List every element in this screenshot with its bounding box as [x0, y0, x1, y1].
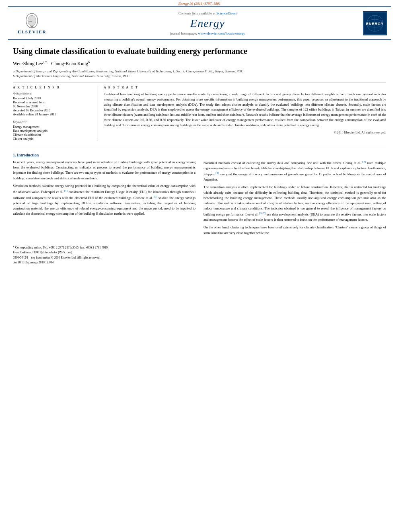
footnote-area: * Corresponding author. Tel.: +886 2 277… [13, 243, 386, 265]
keyword-3: Climate classification [13, 133, 92, 137]
contents-availability: Contents lists available at ScienceDirec… [179, 11, 237, 15]
homepage-link[interactable]: www.elsevier.com/locate/energy [198, 31, 245, 35]
elsevier-logo: tree ELSEVIER [8, 10, 56, 37]
affiliation-a: a Department of Energy and Refrigerating… [13, 69, 386, 73]
section-divider [13, 147, 386, 147]
keywords-section: Keywords: Energy management Data envelop… [13, 120, 92, 141]
journal-homepage: journal homepage: www.elsevier.com/locat… [170, 31, 245, 35]
issn-footnote: 0360-5442/$ – see front matter © 2010 El… [13, 256, 386, 260]
journal-center: Contents lists available at ScienceDirec… [56, 10, 359, 37]
elsevier-tree-icon: tree [20, 12, 44, 29]
ref1[interactable]: [1] [64, 189, 68, 192]
keyword-1: Energy management [13, 125, 92, 129]
ref4[interactable]: [4] [216, 171, 219, 175]
corresponding-footnote: * Corresponding author. Tel.: +886 2 277… [13, 246, 386, 250]
keyword-4: Cluster analysis [13, 137, 92, 141]
received-revised-label: Received in revised form [13, 101, 92, 104]
info-abstract-section: A R T I C L E I N F O Article history: R… [13, 82, 386, 141]
body-two-col: In recent years, energy management agenc… [13, 160, 386, 238]
journal-citation: Energy 36 (2011) 1797–1801 [0, 0, 399, 6]
energy-logo: ENERGY [359, 10, 391, 37]
email-text: E-mail address: f10911@ntut.edu.tw (W.-S… [13, 251, 73, 254]
article-history: Article history: Received 3 July 2010 Re… [13, 92, 92, 116]
affiliation-b: b Department of Mechanical Engineering, … [13, 74, 386, 78]
section1-heading: 1. Introduction [13, 153, 386, 157]
author-a: Wen-Shing Lee [13, 61, 43, 66]
abstract-col: A B S T R A C T Traditional benchmarking… [104, 86, 386, 141]
accepted-date: Accepted 16 December 2010 [13, 109, 92, 112]
elsevier-brand-text: ELSEVIER [18, 29, 47, 34]
intro-para2: Simulation methods calculate energy savi… [13, 183, 195, 217]
received-date: Received 3 July 2010 [13, 97, 92, 100]
author-a-sup: a,*, [43, 60, 48, 64]
energy-logo-icon: ENERGY [363, 11, 387, 35]
svg-text:ENERGY: ENERGY [366, 22, 384, 26]
authors-line: Wen-Shing Leea,*, Chung-Kuan Kungb [13, 60, 386, 67]
contents-label: Contents lists available at [179, 11, 216, 15]
body-right-col: Statistical methods consist of collectin… [204, 160, 386, 238]
svg-text:tree: tree [29, 20, 33, 23]
journal-title: Energy [190, 17, 225, 30]
author-b: Chung-Kuan Kung [51, 61, 88, 66]
intro-para4: The simulation analysis is often impleme… [204, 185, 386, 222]
email-footnote: E-mail address: f10911@ntut.edu.tw (W.-S… [13, 251, 386, 255]
citation-text: Energy 36 (2011) 1797–1801 [178, 2, 220, 6]
article-title: Using climate classification to evaluate… [13, 46, 386, 56]
copyright: © 2010 Elsevier Ltd. All rights reserved… [104, 131, 386, 134]
intro-para5: On the other hand, clustering techniques… [204, 225, 386, 235]
affiliations: a Department of Energy and Refrigerating… [13, 69, 386, 78]
journal-header: tree ELSEVIER Contents lists available a… [8, 6, 391, 40]
keywords-label: Keywords: [13, 120, 92, 124]
doi-footnote: doi:10.1016/j.energy.2010.12.034 [13, 261, 386, 265]
article-info-label: A R T I C L E I N F O [13, 86, 92, 89]
author-b-sup: b [88, 60, 90, 64]
keyword-2: Data envelopment analysis [13, 129, 92, 133]
available-online: Available online 28 January 2011 [13, 113, 92, 116]
ref3[interactable]: [3] [362, 160, 366, 163]
homepage-label: journal homepage: [170, 31, 197, 35]
abstract-text: Traditional benchmarking of building ene… [104, 92, 386, 127]
history-label: Article history: [13, 92, 92, 95]
received-revised-date: 16 November 2010 [13, 105, 92, 108]
body-left-col: In recent years, energy management agenc… [13, 160, 195, 238]
main-content: Using climate classification to evaluate… [0, 40, 399, 271]
article-info-col: A R T I C L E I N F O Article history: R… [13, 86, 97, 141]
ref5-7[interactable]: [5–7] [259, 212, 265, 215]
intro-para3: Statistical methods consist of collectin… [204, 160, 386, 182]
abstract-label: A B S T R A C T [104, 86, 386, 89]
energy-logo-box: ENERGY [363, 11, 387, 35]
intro-para1: In recent years, energy management agenc… [13, 160, 195, 181]
ref2[interactable]: [2] [154, 195, 157, 198]
sciencedirect-link[interactable]: ScienceDirect [216, 11, 237, 15]
